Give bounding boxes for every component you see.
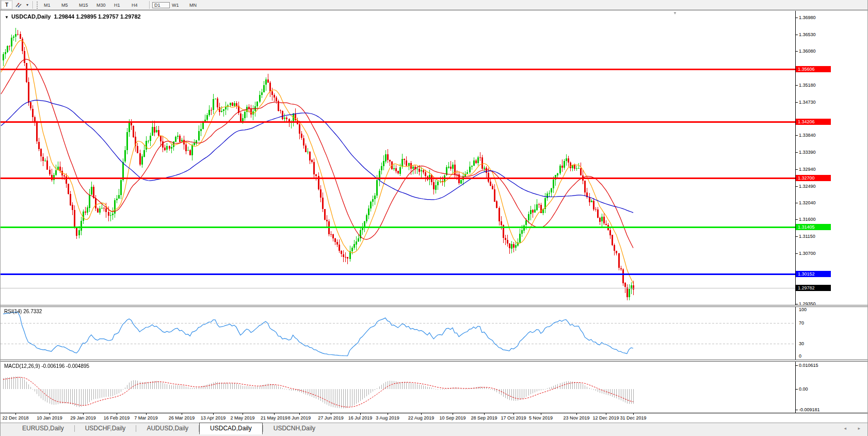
date-tick-mark (15, 413, 16, 415)
tab-audusd-daily[interactable]: AUDUSD,Daily (136, 423, 199, 433)
time-axis-line (1, 413, 868, 413)
price-tick-mark (795, 186, 798, 187)
timeframe-w1[interactable]: W1 (170, 2, 187, 8)
text-tool-button[interactable]: T (1, 1, 12, 9)
timeframe-mn[interactable]: MN (187, 2, 205, 8)
tab-usdchf-daily[interactable]: USDCHF,Daily (75, 423, 136, 433)
date-label: 27 Jun 2019 (318, 415, 344, 421)
tab-scroll-left-icon[interactable]: ◂ (844, 426, 851, 431)
date-label: 12 Dec 2019 (592, 415, 619, 421)
price-tick-label: 1.33390 (799, 150, 816, 155)
price-tick-mark (795, 203, 798, 203)
price-tick-mark (795, 253, 798, 254)
date-tick-mark (274, 413, 275, 415)
price-tick-label: 1.32490 (799, 184, 816, 189)
arrow-objects-icon[interactable] (13, 1, 24, 9)
chart-tab-bar: EURUSD,DailyUSDCHF,DailyAUDUSD,DailyUSDC… (1, 423, 868, 436)
date-tick-mark (453, 413, 453, 415)
price-tick-mark (795, 18, 798, 18)
price-tick-mark (795, 135, 798, 136)
date-tick-mark (541, 413, 541, 415)
macd-tick-mark (795, 410, 798, 410)
macd-label: MACD(12,26,9) -0.006196 -0.004895 (4, 363, 89, 369)
date-tick-mark (243, 413, 243, 415)
date-tick-mark (146, 413, 147, 415)
date-tick-mark (388, 413, 388, 415)
date-label: 22 Aug 2019 (408, 415, 435, 421)
toolbar-separator (33, 1, 34, 9)
price-chart-canvas[interactable] (1, 11, 795, 304)
chart-title-caret-icon[interactable]: ▼ (5, 15, 9, 20)
macd-indicator-canvas[interactable] (1, 361, 795, 413)
chart-window: ▼USDCAD,Daily 1.29844 1.29895 1.29757 1.… (1, 10, 868, 423)
timeframe-h1[interactable]: H1 (112, 2, 130, 8)
date-label: 26 Mar 2019 (169, 415, 195, 421)
timeframe-buttons: M1M5M15M30H1H4D1W1MN (42, 1, 205, 9)
price-tick-label: 1.30700 (799, 251, 816, 256)
top-toolbar: T ▾ M1M5M15M30H1H4D1W1MN (1, 0, 868, 10)
price-tick-mark (795, 102, 798, 103)
date-tick-mark (83, 413, 84, 415)
hline-price-tag[interactable]: 1.35606 (796, 66, 831, 72)
date-label: 7 Mar 2019 (134, 415, 158, 421)
hline-price-tag[interactable]: 1.32700 (796, 175, 831, 181)
chart-symbol-period: USDCAD,Daily (11, 13, 51, 20)
tab-eurusd-daily[interactable]: EURUSD,Daily (12, 423, 74, 433)
hline-price-tag[interactable]: 1.31405 (796, 224, 831, 230)
timeframe-m15[interactable]: M15 (77, 2, 94, 8)
price-tick-mark (795, 169, 798, 170)
price-tick-label: 1.32040 (799, 200, 816, 205)
mt4-terminal: T ▾ M1M5M15M30H1H4D1W1MN ▼USDCAD,Daily 1… (0, 0, 868, 436)
panel-separator-macd[interactable] (1, 360, 868, 362)
macd-tick-mark (795, 389, 798, 390)
date-label: 31 Dec 2019 (620, 415, 646, 421)
date-label: 16 Jul 2019 (348, 415, 373, 421)
toolbar-separator (149, 1, 150, 9)
date-label: 21 May 2019 (261, 415, 287, 421)
date-tick-mark (606, 413, 606, 415)
rsi-indicator-canvas[interactable] (1, 306, 795, 359)
date-label: 16 Feb 2019 (104, 415, 130, 421)
tab-scroll-right-icon[interactable]: ▸ (858, 426, 865, 431)
price-tick-label: 1.33840 (799, 133, 816, 138)
date-label: 3 Aug 2019 (376, 415, 399, 421)
date-tick-mark (117, 413, 117, 415)
date-tick-mark (421, 413, 422, 415)
date-label: 23 Nov 2019 (563, 415, 589, 421)
price-tick-mark (795, 35, 798, 35)
timeframe-m30[interactable]: M30 (94, 2, 112, 8)
toolbar-grip[interactable] (37, 2, 39, 9)
chart-title: ▼USDCAD,Daily 1.29844 1.29895 1.29757 1.… (5, 13, 141, 20)
price-tick-label: 1.36980 (799, 15, 816, 20)
tab-usdcad-daily[interactable]: USDCAD,Daily (199, 423, 263, 434)
current-price-tag: 1.29782 (796, 285, 831, 291)
price-tick-label: 1.32940 (799, 167, 816, 172)
price-tick-mark (795, 51, 798, 52)
timeframe-m1[interactable]: M1 (42, 2, 59, 8)
date-label: 10 Sep 2019 (439, 415, 465, 421)
chart-ohlc-values: 1.29844 1.29895 1.29757 1.29782 (54, 13, 140, 20)
drawing-dropdown-caret[interactable]: ▾ (25, 1, 30, 9)
tab-usdcnh-daily[interactable]: USDCNH,Daily (263, 423, 326, 433)
hline-price-tag[interactable]: 1.34206 (796, 119, 831, 125)
date-label: 2 May 2019 (230, 415, 254, 421)
chart-tabs: EURUSD,DailyUSDCHF,DailyAUDUSD,DailyUSDC… (1, 423, 326, 434)
rsi-level-label: 70 (799, 320, 804, 326)
hline-price-tag[interactable]: 1.30152 (796, 271, 831, 277)
timeframe-h4[interactable]: H4 (130, 2, 147, 8)
date-label: 22 Dec 2018 (2, 415, 28, 421)
date-label: 8 Jun 2019 (288, 415, 311, 421)
date-label: 13 Apr 2019 (201, 415, 226, 421)
price-tick-mark (795, 152, 798, 153)
rsi-label: RSI(14) 26.7332 (4, 309, 42, 314)
rsi-level-label: 30 (799, 341, 804, 346)
timeframe-m5[interactable]: M5 (59, 2, 77, 8)
macd-tick-label: 0.00 (799, 386, 808, 392)
panel-separator-rsi[interactable] (1, 305, 868, 307)
date-tick-mark (484, 413, 485, 415)
timeframe-d1[interactable]: D1 (152, 2, 170, 8)
chart-shift-marker-icon[interactable]: ▼ (673, 11, 677, 15)
date-tick-mark (513, 413, 514, 415)
macd-tick-label: 0.010615 (799, 363, 818, 368)
macd-tick-mark (795, 365, 798, 366)
